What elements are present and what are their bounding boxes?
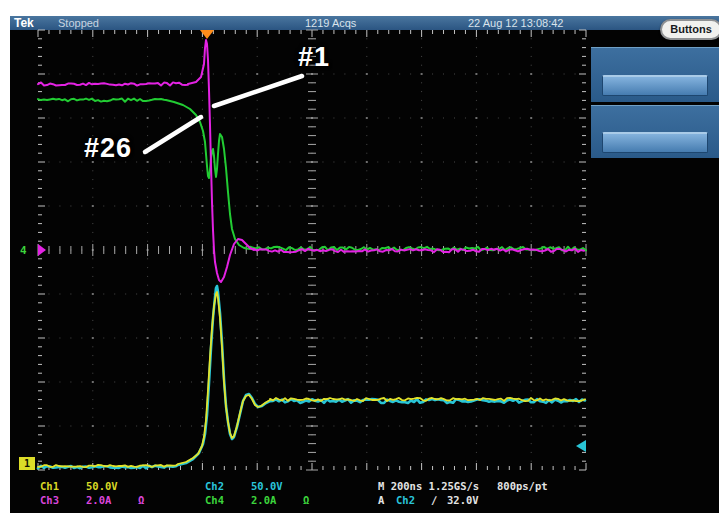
acquisition-count: 1219 Acqs [305, 17, 356, 29]
channel-marker-ch4: 4 [20, 244, 27, 257]
ch3-scale: 2.0A [86, 494, 111, 506]
title-bar: Tek Stopped 1219 Acqs 22 Aug 12 13:08:42 [10, 16, 719, 30]
ch3-label: Ch3 [40, 494, 59, 506]
resolution-readout: 800ps/pt [497, 480, 548, 492]
ch2-scale: 50.0V [251, 480, 283, 492]
trigger-source: Ch2 [396, 494, 415, 506]
tek-logo: Tek [14, 16, 34, 30]
trace-ch2 [38, 286, 585, 468]
side-menu-panel-1 [591, 47, 719, 102]
datetime-display: 22 Aug 12 13:08:42 [468, 17, 563, 29]
trigger-slope-icon: ∕ [431, 494, 437, 506]
annotation-pointer-line-1 [214, 76, 302, 106]
trace-ch4 [38, 99, 586, 251]
ch1-scale: 50.0V [86, 480, 118, 492]
timebase-readout: M 200ns 1.25GS/s [378, 480, 479, 492]
ch2-label: Ch2 [205, 480, 224, 492]
acquisition-status: Stopped [58, 17, 99, 29]
waveform-display [38, 30, 586, 470]
oscilloscope-screen: Tek Stopped 1219 Acqs 22 Aug 12 13:08:42… [10, 16, 719, 513]
ch4-label: Ch4 [205, 494, 224, 506]
trigger-level: 32.0V [447, 494, 479, 506]
ch1-label: Ch1 [40, 480, 59, 492]
trigger-level-arrow-icon[interactable] [576, 440, 586, 452]
annotation-pointer-line-2 [145, 117, 201, 152]
channel-marker-ch3-icon [38, 244, 46, 256]
annotation-label-1: #1 [298, 42, 330, 73]
buttons-button[interactable]: Buttons [660, 19, 719, 40]
trace-ch1 [38, 292, 585, 467]
side-menu-panel-2 [591, 105, 719, 158]
annotation-label-26: #26 [84, 133, 132, 164]
ch4-coupling: Ω [303, 494, 309, 506]
ch4-scale: 2.0A [251, 494, 276, 506]
channel-marker-ch1: 1 [19, 457, 35, 470]
trigger-prefix: A [378, 494, 384, 506]
side-menu-button-1[interactable] [602, 75, 708, 96]
ch3-coupling: Ω [138, 494, 144, 506]
side-menu-button-2[interactable] [602, 132, 708, 153]
